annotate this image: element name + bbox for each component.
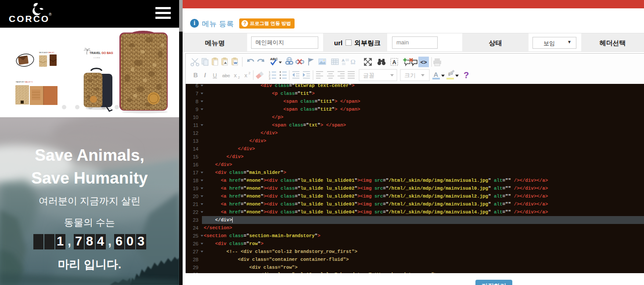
svg-text:글꼴: 글꼴	[363, 72, 374, 79]
svg-text:NECKLACE WALLET: NECKLACE WALLET	[39, 52, 54, 54]
svg-text:크기: 크기	[404, 72, 416, 79]
svg-text:B: B	[193, 72, 198, 79]
svg-text:W: W	[234, 61, 237, 65]
svg-text:I: I	[204, 72, 206, 79]
svg-text:3: 3	[269, 77, 270, 80]
svg-text:2: 2	[238, 76, 240, 79]
svg-text:2: 2	[248, 71, 251, 75]
svg-text:A: A	[342, 58, 345, 62]
svg-text:TRAVEL GO BAG: TRAVEL GO BAG	[90, 51, 113, 54]
svg-text:PASSPORT WALLET 7t: PASSPORT WALLET 7t	[16, 81, 32, 83]
svg-text:C O R K: C O R K	[94, 57, 100, 59]
svg-text:?: ?	[464, 70, 469, 80]
svg-text:Ω: Ω	[350, 58, 355, 65]
svg-text:U: U	[213, 72, 217, 79]
svg-text:x: x	[234, 72, 237, 79]
svg-text:1: 1	[269, 71, 270, 74]
svg-text:x: x	[245, 72, 248, 79]
svg-text:2: 2	[269, 74, 270, 77]
svg-text:abc: abc	[222, 73, 230, 78]
svg-text:A: A	[224, 61, 227, 65]
svg-text:A: A	[434, 71, 439, 78]
svg-text:A: A	[392, 59, 396, 65]
svg-text:<>: <>	[420, 59, 427, 65]
svg-text:ABC: ABC	[270, 57, 278, 61]
